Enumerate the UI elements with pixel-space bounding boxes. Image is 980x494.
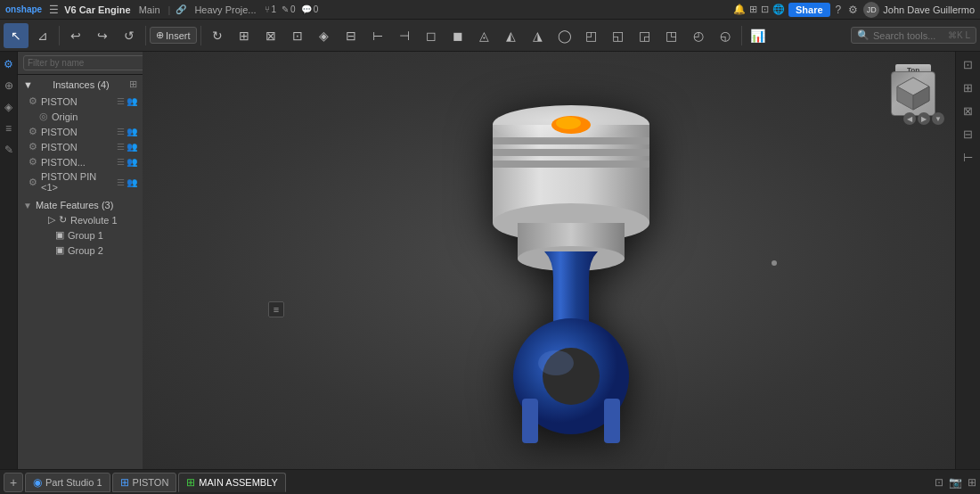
piston-root-action1[interactable]: ☰ [117, 96, 125, 106]
pistonpin-action1[interactable]: ☰ [117, 177, 125, 187]
filter-input[interactable] [23, 55, 143, 70]
piston3-action1[interactable]: ☰ [117, 157, 125, 167]
chart-tool[interactable]: 📊 [746, 23, 771, 48]
tool-7[interactable]: ⊢ [365, 23, 390, 48]
tool-20[interactable]: ◵ [713, 23, 738, 48]
piston1-action1[interactable]: ☰ [117, 127, 125, 136]
notifications-icon[interactable]: 🔔 [733, 4, 746, 15]
note-icon[interactable]: ≡ [268, 301, 284, 317]
instances-header[interactable]: ▼ Instances (4) ⊞ [18, 75, 143, 94]
search-icon: 🔍 [857, 29, 870, 41]
pistonpin-label: PISTON PIN <1> [41, 171, 113, 193]
main-assembly-tab-label: MAIN ASSEMBLY [199, 477, 277, 488]
share-button[interactable]: Share [788, 3, 830, 17]
tool-15[interactable]: ◰ [579, 23, 604, 48]
tool-2[interactable]: ⊞ [232, 23, 257, 48]
pistonpin-actions: ☰ 👥 [117, 177, 137, 187]
tree-piston-root[interactable]: ⚙ PISTON ☰ 👥 [18, 94, 143, 109]
mate-features-header[interactable]: ▼ Mate Features (3) [23, 198, 137, 212]
piston3-action2[interactable]: 👥 [127, 157, 137, 167]
tree-piston-3[interactable]: ⚙ PISTON... ☰ 👥 [18, 154, 143, 169]
cube-nav-right[interactable]: ▶ [918, 112, 930, 125]
features-icon[interactable]: ◈ [2, 100, 16, 114]
navigation-cube[interactable]: Top ◀ ▶ ▼ [882, 62, 944, 125]
search-input[interactable] [873, 30, 944, 41]
tool-11[interactable]: ◬ [472, 23, 497, 48]
mate-features-label: Mate Features (3) [36, 200, 113, 210]
globe-icon[interactable]: 🌐 [772, 4, 785, 15]
tool-18[interactable]: ◳ [659, 23, 684, 48]
piston1-action2[interactable]: 👥 [127, 127, 137, 136]
viewport[interactable]: Top ◀ ▶ ▼ ≡ [143, 52, 955, 469]
hamburger-menu[interactable]: ☰ [49, 4, 59, 16]
share-link-icon[interactable]: ⊡ [761, 4, 769, 15]
piston2-action2[interactable]: 👥 [127, 142, 137, 152]
tool-8[interactable]: ⊣ [392, 23, 417, 48]
tool-4[interactable]: ⊡ [285, 23, 310, 48]
piston-tab-label: PISTON [133, 477, 169, 488]
piston-root-action2[interactable]: 👥 [127, 96, 137, 106]
tree-piston-2[interactable]: ⚙ PISTON ☰ 👥 [18, 139, 143, 154]
user-avatar: JD [863, 2, 879, 18]
tab-part-studio[interactable]: ◉ Part Studio 1 [25, 473, 110, 492]
tab-main-assembly[interactable]: ⊞ MAIN ASSEMBLY [178, 473, 285, 492]
piston2-actions: ☰ 👥 [117, 142, 137, 152]
tool-12[interactable]: ◭ [499, 23, 524, 48]
pistonpin-action2[interactable]: 👥 [127, 177, 137, 187]
bottom-icon-2[interactable]: 📷 [949, 476, 962, 489]
add-tab-button[interactable]: + [4, 473, 23, 492]
mates-icon[interactable]: ⊕ [2, 78, 16, 93]
piston2-label: PISTON [41, 142, 78, 152]
nav-main[interactable]: Main [136, 4, 163, 15]
tool-5[interactable]: ◈ [312, 23, 337, 48]
group-2[interactable]: ▣ Group 2 [23, 243, 137, 258]
tool-14[interactable]: ◯ [552, 23, 577, 48]
tool-3[interactable]: ⊠ [258, 23, 283, 48]
tree-origin[interactable]: ◎ Origin [18, 109, 143, 124]
toolbar-separator-2 [145, 26, 146, 45]
rs-display-icon[interactable]: ⊡ [960, 55, 977, 73]
tree-piston-pin[interactable]: ⚙ PISTON PIN <1> ☰ 👥 [18, 169, 143, 194]
svg-rect-4 [493, 149, 649, 156]
rs-view-icon[interactable]: ⊞ [960, 78, 977, 96]
filter-tool[interactable]: ⊿ [30, 23, 55, 48]
tool-13[interactable]: ◮ [526, 23, 551, 48]
help-button[interactable]: ? [834, 4, 844, 16]
tool-1[interactable]: ↻ [205, 23, 230, 48]
settings-button[interactable]: ⚙ [846, 4, 860, 16]
tool-16[interactable]: ◱ [606, 23, 631, 48]
insert-button[interactable]: ⊕ Insert [150, 27, 197, 44]
group2-icon: ▣ [55, 244, 64, 256]
tool-17[interactable]: ◲ [633, 23, 657, 48]
rs-section-icon[interactable]: ⊟ [960, 125, 977, 143]
left-icon-bar: ⚙ ⊕ ◈ ≡ ✎ [0, 52, 18, 469]
notes-icon[interactable]: ✎ [2, 143, 16, 157]
tool-6[interactable]: ⊟ [339, 23, 363, 48]
group-1[interactable]: ▣ Group 1 [23, 227, 137, 243]
tree-piston-1[interactable]: ⚙ PISTON ☰ 👥 [18, 124, 143, 139]
nav-project[interactable]: Heavy Proje... [192, 4, 258, 15]
undo-btn[interactable]: ↩ [63, 23, 88, 48]
tab-piston[interactable]: ⊞ PISTON [112, 473, 177, 492]
rs-measure-icon[interactable]: ⊢ [960, 148, 977, 166]
bottom-icon-1[interactable]: ⊡ [935, 476, 943, 489]
tool-9[interactable]: ◻ [419, 23, 444, 48]
tool-10[interactable]: ◼ [445, 23, 470, 48]
refresh-btn[interactable]: ↺ [117, 23, 142, 48]
parts-icon[interactable]: ⚙ [2, 57, 16, 71]
piston2-action1[interactable]: ☰ [117, 142, 125, 152]
cube-nav-down[interactable]: ▼ [932, 112, 944, 125]
redo-btn[interactable]: ↪ [90, 23, 115, 48]
pistonpin-icon: ⚙ [29, 177, 37, 188]
bottom-icon-3[interactable]: ⊞ [968, 476, 976, 489]
config-icon[interactable]: ≡ [2, 121, 16, 136]
select-tool[interactable]: ↖ [4, 23, 29, 48]
rs-zoom-icon[interactable]: ⊠ [960, 102, 977, 119]
cube-nav-left[interactable]: ◀ [903, 112, 916, 125]
instances-label: Instances (4) [53, 79, 110, 90]
grid-icon[interactable]: ⊞ [749, 4, 757, 15]
group1-label: Group 1 [68, 230, 103, 241]
revolute-1[interactable]: ▷ ↻ Revolute 1 [23, 212, 137, 227]
tool-19[interactable]: ◴ [686, 23, 711, 48]
svg-rect-14 [522, 399, 538, 443]
